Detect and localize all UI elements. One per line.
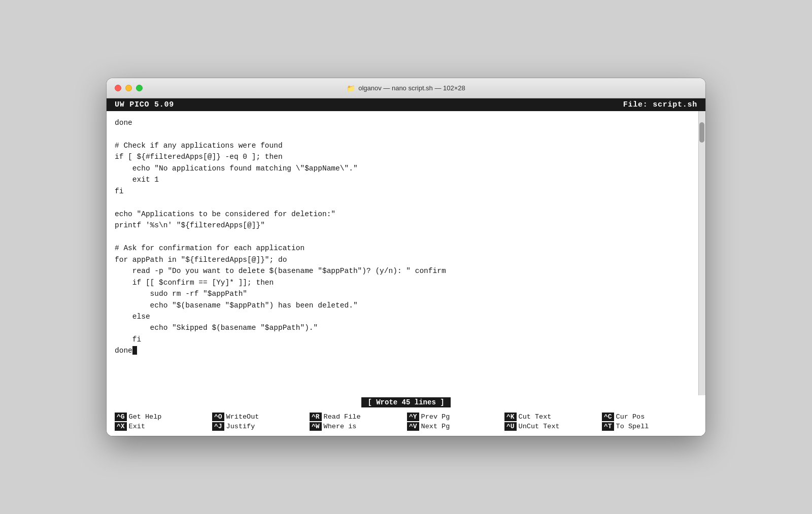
shortcut-label-prevpg: Prev Pg bbox=[421, 413, 450, 421]
shortcut-label-writeout: WriteOut bbox=[226, 413, 259, 421]
nano-version: UW PICO 5.09 bbox=[115, 100, 174, 109]
title-text: olganov — nano script.sh — 102×28 bbox=[358, 84, 465, 92]
editor-area[interactable]: done # Check if any applications were fo… bbox=[107, 111, 705, 395]
shortcut-cur-pos[interactable]: ^C Cur Pos bbox=[602, 413, 697, 421]
shortcut-key-exit: ^X bbox=[115, 422, 127, 431]
titlebar: 📁 olganov — nano script.sh — 102×28 bbox=[107, 78, 705, 98]
text-cursor bbox=[132, 346, 137, 355]
status-bar: [ Wrote 45 lines ] bbox=[107, 395, 705, 409]
shortcut-justify[interactable]: ^J Justify bbox=[212, 422, 308, 431]
shortcut-key-cuttext: ^K bbox=[504, 413, 517, 421]
scrollbar-thumb[interactable] bbox=[699, 122, 704, 143]
minimize-button[interactable] bbox=[125, 85, 132, 91]
shortcut-cut-text[interactable]: ^K Cut Text bbox=[504, 413, 600, 421]
maximize-button[interactable] bbox=[136, 85, 143, 91]
shortcut-label-justify: Justify bbox=[226, 423, 255, 430]
shortcut-label-whereis: Where is bbox=[324, 423, 357, 430]
terminal-body: UW PICO 5.09 File: script.sh done # Chec… bbox=[107, 98, 705, 436]
shortcut-key-nextpg: ^V bbox=[407, 422, 419, 431]
shortcut-key-uncuttext: ^U bbox=[504, 422, 517, 431]
shortcut-key-tospell: ^T bbox=[602, 422, 614, 431]
close-button[interactable] bbox=[115, 85, 121, 91]
nano-header: UW PICO 5.09 File: script.sh bbox=[107, 98, 705, 111]
shortcut-key-readfile: ^R bbox=[310, 413, 322, 421]
shortcut-label-exit: Exit bbox=[129, 423, 145, 430]
shortcut-get-help[interactable]: ^G Get Help bbox=[115, 413, 210, 421]
shortcut-label-cuttext: Cut Text bbox=[519, 413, 552, 421]
shortcut-key-whereis: ^W bbox=[310, 422, 322, 431]
shortcut-label-curpos: Cur Pos bbox=[616, 413, 645, 421]
shortcut-key-curpos: ^C bbox=[602, 413, 614, 421]
shortcut-prev-pg[interactable]: ^Y Prev Pg bbox=[407, 413, 502, 421]
shortcut-key-justify: ^J bbox=[212, 422, 224, 431]
shortcut-read-file[interactable]: ^R Read File bbox=[310, 413, 405, 421]
shortcut-uncut-text[interactable]: ^U UnCut Text bbox=[504, 422, 600, 431]
shortcut-bar: ^G Get Help ^O WriteOut ^R Read File ^Y … bbox=[107, 409, 705, 436]
shortcut-key-prevpg: ^Y bbox=[407, 413, 419, 421]
editor-content[interactable]: done # Check if any applications were fo… bbox=[115, 117, 697, 357]
shortcut-exit[interactable]: ^X Exit bbox=[115, 422, 210, 431]
nano-filename: File: script.sh bbox=[623, 100, 697, 109]
window-title: 📁 olganov — nano script.sh — 102×28 bbox=[347, 84, 465, 92]
shortcut-label-uncuttext: UnCut Text bbox=[519, 423, 560, 430]
status-message: [ Wrote 45 lines ] bbox=[361, 397, 450, 407]
shortcut-label-tospell: To Spell bbox=[616, 423, 649, 430]
scrollbar[interactable] bbox=[698, 111, 705, 395]
shortcut-writeout[interactable]: ^O WriteOut bbox=[212, 413, 308, 421]
shortcut-label-readfile: Read File bbox=[324, 413, 361, 421]
shortcut-label-gethelp: Get Help bbox=[129, 413, 162, 421]
shortcut-next-pg[interactable]: ^V Next Pg bbox=[407, 422, 502, 431]
shortcut-key-gethelp: ^G bbox=[115, 413, 127, 421]
shortcut-where-is[interactable]: ^W Where is bbox=[310, 422, 405, 431]
shortcut-key-writeout: ^O bbox=[212, 413, 224, 421]
folder-icon: 📁 bbox=[347, 84, 355, 92]
traffic-lights bbox=[115, 85, 143, 91]
shortcut-to-spell[interactable]: ^T To Spell bbox=[602, 422, 697, 431]
shortcut-label-nextpg: Next Pg bbox=[421, 423, 450, 430]
terminal-window: 📁 olganov — nano script.sh — 102×28 UW P… bbox=[107, 78, 705, 436]
